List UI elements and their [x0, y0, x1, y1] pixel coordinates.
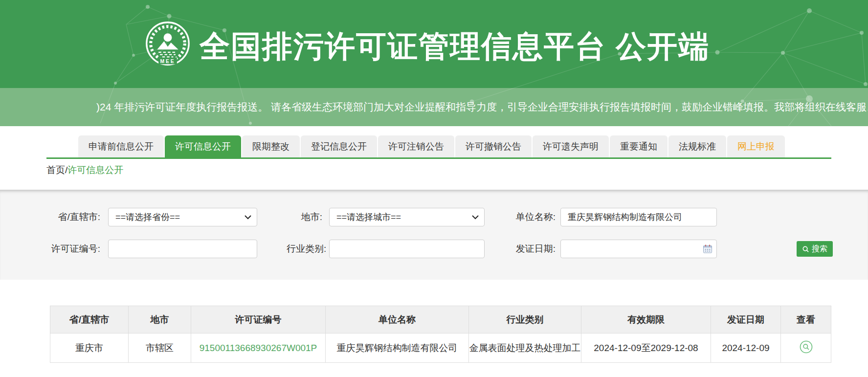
permit-no-field: 许可证编号: — [46, 240, 257, 258]
mee-logo: MEE — [145, 21, 191, 67]
site-header: MEE 全国排污许可证管理信息平台 公开端 )24 年排污许可证年度执行报告报送… — [0, 0, 868, 126]
svg-text:MEE: MEE — [160, 59, 176, 64]
table-row: 重庆市 市辖区 91500113668930267W001P 重庆昊辉钢结构制造… — [50, 333, 831, 363]
city-label: 地市: — [287, 211, 322, 223]
view-magnifier-icon[interactable] — [800, 340, 813, 354]
results-table: 省/直辖市 地市 许可证编号 单位名称 行业类别 有效期限 发证日期 查看 重庆… — [50, 306, 831, 363]
col-company: 单位名称 — [326, 306, 469, 333]
nav-tabs: 申请前信息公开 许可信息公开 限期整改 登记信息公开 许可注销公告 许可撤销公告… — [78, 135, 868, 157]
col-province: 省/直辖市 — [50, 306, 129, 333]
permit-no-label: 许可证编号: — [46, 243, 100, 255]
tab-pre-application-disclosure[interactable]: 申请前信息公开 — [78, 135, 164, 157]
col-validity: 有效期限 — [581, 306, 711, 333]
table-header-row: 省/直辖市 地市 许可证编号 单位名称 行业类别 有效期限 发证日期 查看 — [50, 306, 831, 333]
breadcrumb-current: 许可信息公开 — [67, 165, 123, 175]
main-nav: 申请前信息公开 许可信息公开 限期整改 登记信息公开 许可注销公告 许可撤销公告… — [0, 135, 868, 175]
issue-date-input[interactable] — [560, 240, 717, 258]
cell-province: 重庆市 — [50, 333, 129, 363]
company-field: 单位名称: — [512, 208, 717, 226]
cell-validity: 2024-12-09至2029-12-08 — [581, 333, 711, 363]
breadcrumb-home-link[interactable]: 首页 — [46, 165, 65, 175]
col-permit-no: 许可证编号 — [191, 306, 326, 333]
industry-field: 行业类别: — [287, 240, 485, 258]
announcement-text: )24 年排污许可证年度执行报告报送。 请各省级生态环境部门加大对企业提醒和指导… — [96, 100, 868, 114]
tab-registration-info-disclosure[interactable]: 登记信息公开 — [301, 135, 377, 157]
tab-important-notice[interactable]: 重要通知 — [610, 135, 668, 157]
col-issue-date: 发证日期 — [711, 306, 781, 333]
tab-permit-info-disclosure[interactable]: 许可信息公开 — [165, 135, 241, 157]
results-section: 省/直辖市 地市 许可证编号 单位名称 行业类别 有效期限 发证日期 查看 重庆… — [50, 306, 868, 363]
province-field: 省/直辖市: ==请选择省份== — [46, 208, 257, 226]
tab-permit-cancellation-notice[interactable]: 许可注销公告 — [378, 135, 454, 157]
tab-regulations-standards[interactable]: 法规标准 — [668, 135, 726, 157]
cell-city: 市辖区 — [129, 333, 191, 363]
tab-deadline-rectification[interactable]: 限期整改 — [242, 135, 300, 157]
search-button-label: 搜索 — [812, 244, 827, 254]
issue-date-field: 发证日期: — [512, 240, 717, 258]
cell-issue-date: 2024-12-09 — [711, 333, 781, 363]
city-select[interactable]: ==请选择城市== — [329, 208, 485, 226]
search-panel: 省/直辖市: ==请选择省份== 地市: ==请选择城市== — [0, 190, 868, 280]
search-form-row-2: 许可证编号: 行业类别: 发证日期: — [46, 240, 868, 258]
tab-permit-revocation-notice[interactable]: 许可撤销公告 — [455, 135, 532, 157]
cell-industry: 金属表面处理及热处理加工 — [469, 333, 581, 363]
permit-no-input[interactable] — [108, 240, 257, 258]
calendar-icon[interactable] — [703, 244, 712, 254]
announcement-bar: )24 年排污许可证年度执行报告报送。 请各省级生态环境部门加大对企业提醒和指导… — [90, 88, 868, 126]
col-industry: 行业类别 — [469, 306, 581, 333]
search-button[interactable]: 搜索 — [797, 241, 833, 257]
page: MEE 全国排污许可证管理信息平台 公开端 )24 年排污许可证年度执行报告报送… — [0, 0, 868, 363]
province-label: 省/直辖市: — [46, 211, 100, 223]
col-city: 地市 — [129, 306, 191, 333]
tab-underline — [46, 157, 831, 159]
company-name-label: 单位名称: — [512, 211, 556, 223]
permit-number-link[interactable]: 91500113668930267W001P — [200, 343, 317, 353]
city-field: 地市: ==请选择城市== — [287, 208, 485, 226]
site-title: 全国排污许可证管理信息平台 公开端 — [200, 26, 710, 67]
col-view: 查看 — [781, 306, 831, 333]
cell-company: 重庆昊辉钢结构制造有限公司 — [326, 333, 469, 363]
industry-input[interactable] — [329, 240, 485, 258]
province-select[interactable]: ==请选择省份== — [108, 208, 257, 226]
tab-online-declaration[interactable]: 网上申报 — [727, 135, 785, 157]
tab-permit-loss-statement[interactable]: 许可遗失声明 — [533, 135, 609, 157]
issue-date-label: 发证日期: — [512, 243, 556, 255]
search-form-row-1: 省/直辖市: ==请选择省份== 地市: ==请选择城市== — [46, 208, 868, 226]
breadcrumb: 首页/许可信息公开 — [46, 165, 868, 175]
search-icon — [802, 245, 809, 253]
industry-label: 行业类别: — [287, 243, 322, 255]
company-name-input[interactable] — [560, 208, 717, 226]
